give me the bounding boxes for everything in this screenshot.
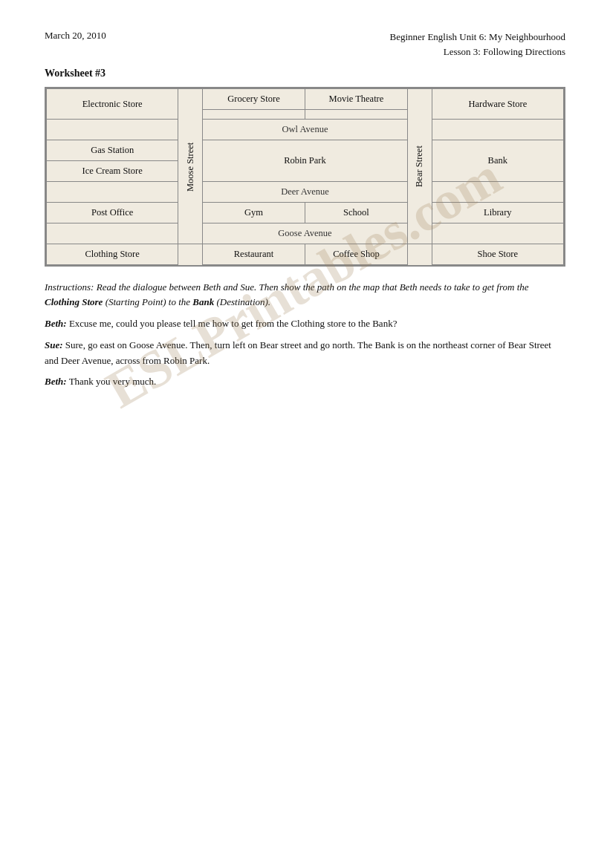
goose-avenue-text: Goose Avenue xyxy=(278,228,331,238)
library-cell: Library xyxy=(432,203,563,223)
restaurant-label: Restaurant xyxy=(234,249,273,259)
movie-theatre-cell: Movie Theatre xyxy=(305,89,407,110)
grocery-store-label: Grocery Store xyxy=(227,94,279,104)
school-label: School xyxy=(343,207,369,218)
dialogue-beth-1: Beth: Excuse me, could you please tell m… xyxy=(45,316,565,332)
gym-cell: Gym xyxy=(203,203,305,223)
moose-street-spacer xyxy=(178,244,203,265)
speaker-beth-2: Beth: xyxy=(45,376,67,387)
movie-theatre-label: Movie Theatre xyxy=(329,94,384,104)
school-cell: School xyxy=(305,203,407,223)
clothing-store-cell: Clothing Store xyxy=(47,244,178,265)
electronic-store-cell: Electronic Store xyxy=(47,89,178,120)
gas-station-cell: Gas Station xyxy=(47,140,178,161)
ice-cream-store-label: Ice Cream Store xyxy=(82,166,143,176)
empty-cell-right-goose xyxy=(432,223,563,244)
robin-park-label: Robin Park xyxy=(284,155,326,166)
deer-avenue-label: Deer Avenue xyxy=(203,182,408,203)
header: March 20, 2010 Beginner English Unit 6: … xyxy=(45,30,565,59)
instructions-destination-note: (Destination). xyxy=(214,296,270,307)
course-title: Beginner English Unit 6: My Neighbourhoo… xyxy=(389,30,565,45)
coffee-shop-cell: Coffee Shop xyxy=(305,244,407,265)
instructions-text: Instructions: Read the dialogue between … xyxy=(45,281,529,293)
empty-cell-left-goose xyxy=(47,223,178,244)
bear-street-spacer xyxy=(407,244,432,265)
electronic-store-label: Electronic Store xyxy=(82,99,143,109)
map-table: Electronic Store Moose Street Grocery St… xyxy=(46,88,564,265)
bank-label: Bank xyxy=(488,155,507,166)
speech-beth-1: Excuse me, could you please tell me how … xyxy=(69,318,398,329)
lesson-title: Lesson 3: Following Directions xyxy=(389,45,565,59)
moose-street-label: Moose Street xyxy=(178,89,203,244)
shoe-store-cell: Shoe Store xyxy=(432,244,563,265)
date: March 20, 2010 xyxy=(45,30,106,42)
dialogue-sue: Sue: Sure, go east on Goose Avenue. Then… xyxy=(45,338,565,369)
post-office-cell: Post Office xyxy=(47,203,178,223)
coffee-shop-label: Coffee Shop xyxy=(333,249,380,259)
worksheet-title: Worksheet #3 xyxy=(45,68,565,79)
bank-cell: Bank xyxy=(432,140,563,182)
shoe-store-label: Shoe Store xyxy=(478,249,519,259)
course-info: Beginner English Unit 6: My Neighbourhoo… xyxy=(389,30,565,59)
speaker-beth-1: Beth: xyxy=(45,318,67,329)
speech-sue: Sure, go east on Goose Avenue. Then, tur… xyxy=(45,339,551,366)
empty-cell-1 xyxy=(203,110,305,120)
ice-cream-store-cell: Ice Cream Store xyxy=(47,161,178,182)
clothing-store-label: Clothing Store xyxy=(85,249,140,259)
moose-street-text: Moose Street xyxy=(185,142,195,191)
deer-avenue-text: Deer Avenue xyxy=(281,186,329,197)
empty-cell-left-deer xyxy=(47,182,178,203)
empty-cell-2 xyxy=(305,110,407,120)
empty-cell-right-deer xyxy=(432,182,563,203)
post-office-label: Post Office xyxy=(91,207,133,218)
bear-street-label: Bear Street xyxy=(407,89,432,244)
instructions-start: Clothing Store xyxy=(45,296,103,307)
instructions-destination: Bank xyxy=(192,296,214,307)
map: Electronic Store Moose Street Grocery St… xyxy=(45,87,565,267)
instructions-start-note: (Starting Point) to the xyxy=(103,296,192,307)
gas-station-label: Gas Station xyxy=(91,145,134,155)
hardware-store-label: Hardware Store xyxy=(468,99,527,109)
goose-avenue-label: Goose Avenue xyxy=(203,223,408,244)
owl-avenue-text: Owl Avenue xyxy=(282,124,328,134)
empty-cell-left-owl xyxy=(47,120,178,140)
restaurant-cell: Restaurant xyxy=(203,244,305,265)
robin-park-cell: Robin Park xyxy=(203,140,408,182)
library-label: Library xyxy=(484,207,511,218)
grocery-store-cell: Grocery Store xyxy=(203,89,305,110)
bear-street-text: Bear Street xyxy=(414,146,424,187)
speech-beth-2: Thank you very much. xyxy=(69,376,157,387)
hardware-store-cell: Hardware Store xyxy=(432,89,563,120)
gym-label: Gym xyxy=(244,207,263,218)
owl-avenue-label: Owl Avenue xyxy=(203,120,408,140)
speaker-sue: Sue: xyxy=(45,339,63,350)
instructions: Instructions: Read the dialogue between … xyxy=(45,280,565,309)
empty-cell-right-owl xyxy=(432,120,563,140)
dialogue-beth-2: Beth: Thank you very much. xyxy=(45,374,565,390)
